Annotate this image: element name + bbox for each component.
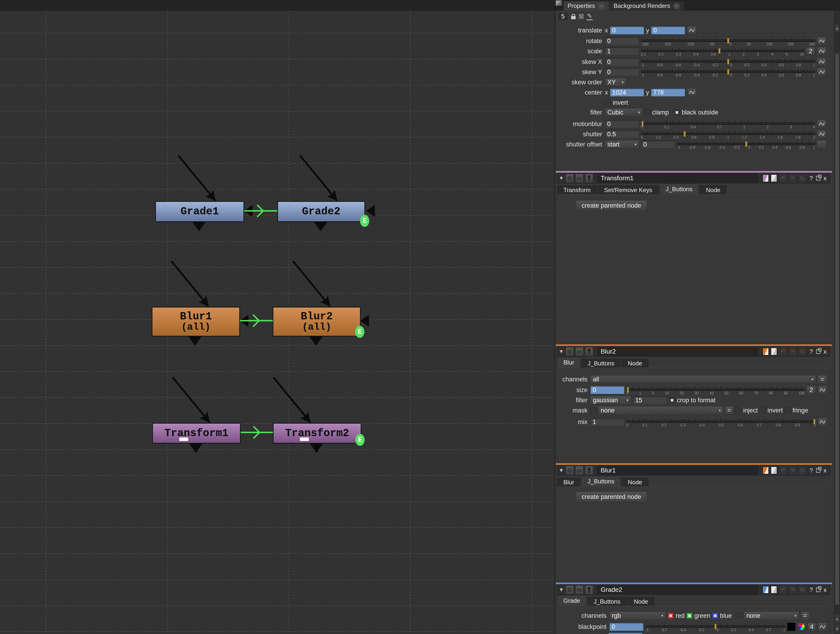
node-color-swatch[interactable]: [763, 586, 769, 594]
mask-equals-button[interactable]: =: [725, 406, 733, 414]
node-color-swatch[interactable]: [763, 466, 769, 474]
mix-field[interactable]: 1: [590, 418, 625, 426]
channel-equals-button[interactable]: =: [818, 375, 827, 384]
monitor-icon[interactable]: ▭: [575, 174, 583, 183]
red-channel-checkbox[interactable]: ✖: [668, 613, 674, 619]
skew-x-field[interactable]: 0: [605, 58, 639, 66]
close-panel-icon[interactable]: x: [822, 348, 828, 355]
size-slider[interactable]: 015102030405060708090100: [627, 386, 805, 394]
help-icon[interactable]: ?: [808, 348, 814, 355]
node-transform1[interactable]: Transform1: [152, 423, 241, 444]
tab-j-buttons[interactable]: J_Buttons: [581, 359, 621, 368]
blackpoint-slider[interactable]: -1-0.7-0.4-0.100.10.40.71: [646, 622, 785, 631]
scale-field[interactable]: 1: [605, 47, 639, 55]
revert-icon[interactable]: ↻: [799, 174, 807, 183]
shutter-offset-slider[interactable]: -1-0.8-0.6-0.4-0.200.20.40.60.81: [677, 140, 815, 149]
tab-properties[interactable]: Properties x: [563, 1, 609, 11]
float-window-icon[interactable]: [816, 176, 820, 180]
collapse-icon[interactable]: ▼: [559, 587, 564, 593]
tab-node[interactable]: Node: [622, 477, 648, 487]
size-dimensions-button[interactable]: 2: [807, 386, 816, 394]
curve-icon[interactable]: [817, 68, 826, 76]
scroll-down-icon[interactable]: ▼: [835, 625, 840, 633]
rotate-slider[interactable]: -180-150-100-50050100150180: [641, 36, 815, 46]
monitor-icon[interactable]: ▭: [575, 585, 583, 594]
redo-icon[interactable]: ↷: [789, 466, 797, 475]
center-y-field[interactable]: 778: [651, 88, 685, 96]
tab-close-icon[interactable]: x: [673, 3, 680, 9]
node-grade2[interactable]: Grade2: [277, 201, 365, 222]
tab-blur[interactable]: Blur: [557, 357, 580, 368]
node-name-field[interactable]: Grade2: [597, 585, 758, 594]
node-blur1[interactable]: Blur1 (all): [152, 307, 240, 337]
whitepoint-field-clipped[interactable]: [608, 632, 643, 634]
tab-set-remove-keys[interactable]: Set/Remove Keys: [598, 185, 658, 194]
shutter-offset-field[interactable]: 0: [641, 140, 675, 149]
undo-icon[interactable]: ↶: [779, 466, 787, 475]
redo-icon[interactable]: ↷: [789, 585, 797, 594]
undo-icon[interactable]: ↶: [779, 174, 787, 183]
close-panel-icon[interactable]: x: [822, 175, 828, 182]
curve-icon[interactable]: [817, 47, 826, 55]
mask-dropdown[interactable]: none ▾: [598, 406, 723, 414]
extra-channel-checkbox[interactable]: [736, 613, 742, 619]
undo-icon[interactable]: ↶: [779, 585, 787, 594]
curve-icon[interactable]: [817, 130, 826, 138]
green-channel-checkbox[interactable]: ✖: [687, 613, 692, 619]
center-node-icon[interactable]: ⊙: [566, 585, 573, 594]
scale-dimensions-button[interactable]: 2: [806, 47, 815, 55]
monitor-icon[interactable]: ▭: [575, 466, 583, 475]
edit-pencil-icon[interactable]: ✎: [587, 13, 592, 20]
fringe-checkbox[interactable]: [785, 407, 791, 413]
float-window-icon[interactable]: [816, 587, 820, 592]
monitor-icon[interactable]: ▭: [575, 347, 583, 356]
shutter-field[interactable]: 0.5: [605, 130, 639, 138]
clamp-checkbox[interactable]: [644, 109, 650, 115]
scroll-up-icon-bottom[interactable]: ▲: [835, 615, 840, 623]
rotate-field[interactable]: 0: [605, 37, 639, 45]
curve-icon[interactable]: [687, 88, 696, 96]
curve-icon[interactable]: [817, 37, 826, 45]
center-node-icon[interactable]: ⊙: [566, 347, 573, 356]
motionblur-field[interactable]: 0: [605, 120, 639, 128]
wrench-icon[interactable]: [585, 174, 593, 183]
close-panel-icon[interactable]: x: [822, 467, 828, 474]
create-parented-node-button[interactable]: create parented node: [576, 492, 647, 502]
grade-channels-dropdown[interactable]: rgb ▾: [609, 612, 666, 620]
revert-icon[interactable]: ↻: [799, 585, 807, 594]
close-panel-icon[interactable]: x: [822, 586, 828, 593]
filter-dropdown[interactable]: Cubic ▾: [605, 108, 643, 117]
curve-icon[interactable]: [817, 58, 826, 66]
tab-node[interactable]: Node: [699, 185, 726, 194]
mix-slider[interactable]: 00.10.20.30.40.50.60.70.80.91: [627, 417, 816, 426]
revert-icon[interactable]: ↻: [799, 347, 807, 356]
collapse-icon[interactable]: ▼: [559, 175, 564, 181]
motionblur-slider[interactable]: 00.10.40.71234: [641, 120, 815, 128]
grade-mask-dropdown[interactable]: none ▾: [744, 612, 799, 620]
center-node-icon[interactable]: ⊙: [566, 466, 573, 475]
wrench-icon[interactable]: [585, 466, 593, 475]
grade-equals-button[interactable]: =: [801, 612, 809, 620]
close-all-panels-icon[interactable]: ☒: [578, 13, 584, 19]
mask-invert-checkbox[interactable]: [759, 407, 766, 413]
skew-x-slider[interactable]: -1-0.8-0.6-0.4-0.200.20.40.60.81: [641, 57, 815, 66]
shutter-offset-dropdown[interactable]: start ▾: [605, 140, 639, 149]
tab-j-buttons[interactable]: J_Buttons: [660, 183, 699, 194]
black-outside-checkbox[interactable]: ✖: [674, 109, 680, 115]
revert-icon[interactable]: ↻: [799, 466, 807, 475]
undo-icon[interactable]: ↶: [779, 347, 787, 356]
node-name-field[interactable]: Blur2: [597, 347, 758, 356]
help-icon[interactable]: ?: [808, 175, 814, 182]
help-icon[interactable]: ?: [808, 586, 814, 593]
help-icon[interactable]: ?: [808, 467, 814, 474]
float-window-icon[interactable]: [816, 468, 820, 473]
node-grade1[interactable]: Grade1: [155, 201, 244, 222]
tab-close-icon[interactable]: x: [598, 3, 605, 9]
shutter-slider[interactable]: 00.20.40.60.811.21.41.61.82: [641, 130, 815, 139]
node-name-field[interactable]: Transform1: [597, 174, 758, 183]
redo-icon[interactable]: ↷: [789, 347, 797, 356]
wrench-icon[interactable]: [585, 585, 593, 594]
tab-background-renders[interactable]: Background Renders x: [609, 1, 684, 11]
node-color-swatch[interactable]: [763, 174, 769, 182]
curve-icon[interactable]: [818, 386, 827, 394]
